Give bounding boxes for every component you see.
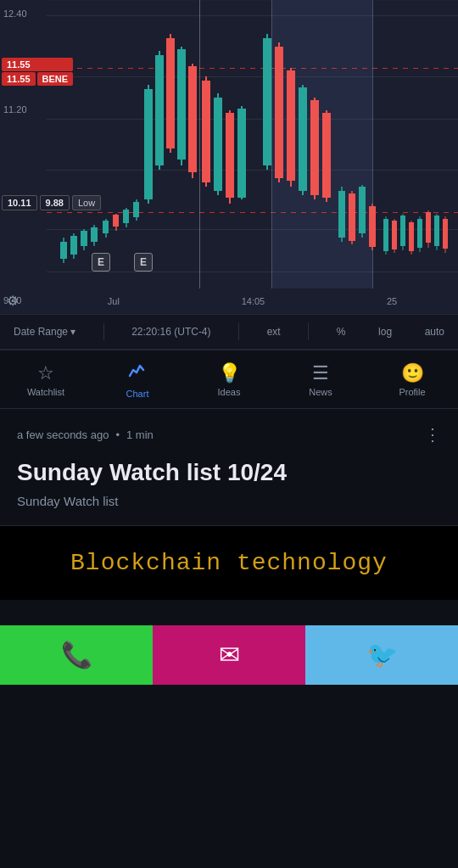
e-badge-2: E — [134, 253, 153, 272]
svg-rect-34 — [237, 109, 246, 198]
svg-rect-46 — [322, 113, 331, 198]
svg-rect-28 — [202, 81, 210, 182]
svg-rect-54 — [369, 206, 376, 247]
svg-rect-20 — [155, 55, 164, 165]
ideas-icon: 💡 — [218, 362, 241, 384]
profile-label: Profile — [399, 387, 425, 397]
y-axis: 12.40 11.20 10.70 9.40 — [0, 0, 47, 314]
log-button[interactable]: log — [373, 324, 397, 339]
spacer — [0, 600, 458, 625]
chart-icon — [127, 361, 148, 386]
nav-chart[interactable]: Chart — [92, 356, 183, 404]
more-options-button[interactable]: ⋮ — [424, 424, 441, 445]
phone-button[interactable]: 📞 — [0, 625, 153, 685]
date-range-label: Date Range — [14, 326, 68, 338]
svg-rect-56 — [383, 219, 388, 251]
news-icon: ☰ — [312, 362, 329, 384]
auto-button[interactable]: auto — [420, 324, 450, 339]
price-badge-value1: 11.55 — [2, 58, 73, 71]
low-badge-container: 10.11 9.88 Low — [2, 195, 101, 210]
svg-rect-4 — [70, 236, 77, 255]
nav-ideas[interactable]: 💡 Ideas — [183, 357, 275, 402]
time-display: 22:20:16 (UTC-4) — [126, 324, 215, 339]
candlestick-chart[interactable] — [47, 0, 458, 288]
svg-rect-50 — [349, 193, 355, 241]
toolbar-sep-2 — [238, 323, 239, 340]
svg-rect-70 — [443, 219, 448, 249]
watchlist-label: Watchlist — [27, 387, 64, 397]
svg-rect-18 — [144, 89, 153, 199]
dot-separator: • — [115, 428, 120, 441]
settings-icon[interactable]: ⚙ — [7, 293, 19, 309]
low-price-2: 9.88 — [40, 195, 70, 210]
nav-news[interactable]: ☰ News — [275, 357, 366, 402]
svg-rect-38 — [275, 47, 283, 178]
svg-rect-42 — [299, 87, 307, 191]
x-axis: Jul 14:05 25 — [47, 288, 458, 314]
svg-rect-32 — [226, 113, 234, 198]
idea-meta-left: a few seconds ago • 1 min — [17, 428, 154, 441]
svg-rect-30 — [214, 98, 222, 191]
svg-rect-48 — [338, 191, 345, 238]
twitter-button[interactable]: 🐦 — [305, 625, 458, 685]
date-range-button[interactable]: Date Range ▾ — [8, 324, 81, 339]
idea-meta: a few seconds ago • 1 min ⋮ — [0, 409, 458, 445]
ext-button[interactable]: ext — [262, 324, 286, 339]
chart-toolbar: Date Range ▾ 22:20:16 (UTC-4) ext % log … — [0, 314, 458, 350]
svg-rect-52 — [359, 187, 366, 233]
svg-rect-14 — [123, 210, 129, 223]
svg-rect-44 — [310, 100, 319, 195]
svg-rect-6 — [81, 231, 87, 246]
x-label-25: 25 — [387, 296, 397, 306]
idea-subtitle: Sunday Watch list — [0, 494, 458, 525]
svg-rect-60 — [400, 216, 405, 246]
y-label-1240: 12.40 — [0, 8, 47, 19]
blockchain-banner: Blockchain technology — [0, 526, 458, 600]
twitter-icon: 🐦 — [366, 640, 398, 669]
blockchain-text: Blockchain technology — [70, 550, 388, 576]
percent-button[interactable]: % — [332, 324, 351, 339]
x-label-time: 14:05 — [242, 296, 265, 306]
x-label-jul: Jul — [108, 296, 120, 306]
ideas-label: Ideas — [218, 387, 241, 397]
svg-rect-26 — [188, 66, 197, 172]
svg-rect-24 — [177, 49, 186, 160]
svg-rect-8 — [91, 227, 98, 242]
profile-icon: 🙂 — [401, 362, 424, 384]
svg-rect-64 — [417, 219, 422, 248]
bottom-navigation: ☆ Watchlist Chart 💡 Ideas ☰ News 🙂 Profi… — [0, 350, 458, 409]
price-badge: 11.55 11.55 BENE — [2, 58, 73, 86]
idea-duration: 1 min — [126, 428, 154, 441]
chart-label: Chart — [126, 389, 149, 399]
chevron-down-icon: ▾ — [70, 326, 75, 338]
e-badge-1: E — [92, 253, 110, 272]
low-label: Low — [72, 195, 101, 210]
watchlist-icon: ☆ — [37, 362, 54, 384]
idea-timestamp: a few seconds ago — [17, 428, 109, 441]
svg-rect-68 — [434, 216, 439, 246]
news-label: News — [309, 387, 332, 397]
bottom-action-bar: 📞 ✉ 🐦 — [0, 625, 458, 685]
svg-rect-36 — [263, 38, 271, 165]
svg-rect-10 — [103, 221, 109, 233]
nav-watchlist[interactable]: ☆ Watchlist — [0, 357, 92, 402]
svg-rect-40 — [287, 70, 295, 181]
toolbar-sep-1 — [103, 323, 104, 340]
svg-rect-22 — [166, 38, 175, 148]
svg-rect-66 — [426, 212, 431, 243]
price-badge-value2: 11.55 — [2, 72, 36, 86]
low-price-badge: 10.11 — [2, 195, 37, 210]
ideas-section: a few seconds ago • 1 min ⋮ Sunday Watch… — [0, 409, 458, 526]
toolbar-sep-3 — [308, 323, 309, 340]
svg-rect-62 — [409, 222, 414, 251]
y-label-1120: 11.20 — [0, 104, 47, 115]
svg-rect-2 — [60, 242, 67, 259]
nav-profile[interactable]: 🙂 Profile — [366, 357, 458, 402]
mail-button[interactable]: ✉ — [153, 625, 305, 685]
chart-container: 12.40 11.20 10.70 9.40 — [0, 0, 458, 314]
mail-icon: ✉ — [219, 640, 240, 669]
svg-rect-58 — [392, 221, 397, 249]
svg-rect-16 — [133, 202, 139, 217]
idea-title: Sunday Watch list 10/24 — [0, 445, 458, 494]
svg-rect-12 — [113, 215, 119, 227]
